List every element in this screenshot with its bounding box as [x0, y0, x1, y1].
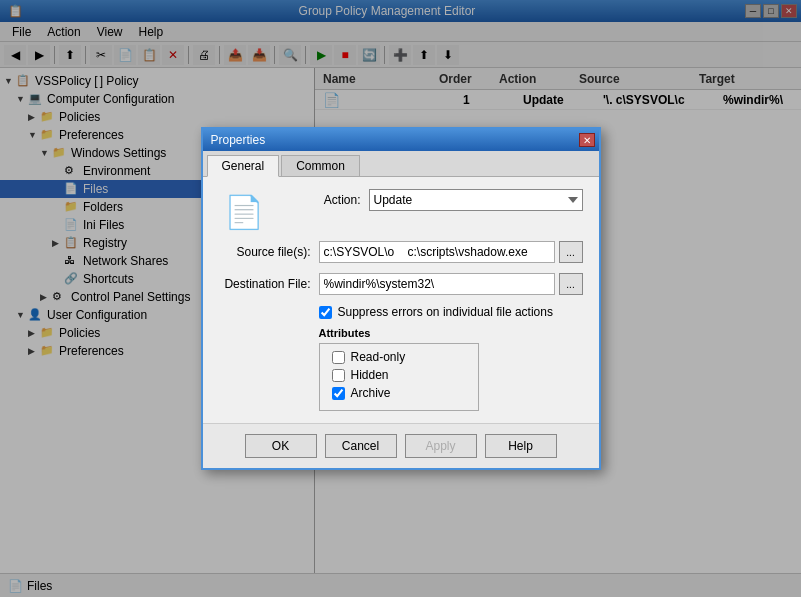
tab-general[interactable]: General [207, 155, 280, 177]
readonly-checkbox[interactable] [332, 351, 345, 364]
archive-checkbox[interactable] [332, 387, 345, 400]
modal-title-bar: Properties ✕ [203, 129, 599, 151]
tab-common[interactable]: Common [281, 155, 360, 176]
destination-label: Destination File: [219, 277, 319, 291]
hidden-label: Hidden [351, 368, 389, 382]
suppress-errors-row: Suppress errors on individual file actio… [219, 305, 583, 319]
archive-label: Archive [351, 386, 391, 400]
cancel-button[interactable]: Cancel [325, 434, 397, 458]
suppress-errors-checkbox[interactable] [319, 306, 332, 319]
ok-button[interactable]: OK [245, 434, 317, 458]
modal-close-button[interactable]: ✕ [579, 133, 595, 147]
suppress-errors-label: Suppress errors on individual file actio… [338, 305, 553, 319]
modal-body: 📄 Action: Update Create Delete Replace [203, 177, 599, 423]
destination-input[interactable] [319, 273, 555, 295]
action-select[interactable]: Update Create Delete Replace [369, 189, 583, 211]
source-label: Source file(s): [219, 245, 319, 259]
hidden-row: Hidden [332, 368, 466, 382]
source-input[interactable] [319, 241, 555, 263]
modal-footer: OK Cancel Apply Help [203, 423, 599, 468]
readonly-label: Read-only [351, 350, 406, 364]
destination-browse-button[interactable]: ... [559, 273, 583, 295]
source-row: Source file(s): ... [219, 241, 583, 263]
action-file-icon: 📄 [224, 193, 264, 231]
modal-title: Properties [211, 133, 266, 147]
readonly-row: Read-only [332, 350, 466, 364]
properties-dialog: Properties ✕ General Common 📄 Action: Up… [201, 127, 601, 470]
attributes-section: Attributes Read-only Hidden Archive [219, 327, 583, 411]
help-button[interactable]: Help [485, 434, 557, 458]
hidden-checkbox[interactable] [332, 369, 345, 382]
tab-bar: General Common [203, 151, 599, 177]
source-browse-button[interactable]: ... [559, 241, 583, 263]
modal-overlay: Properties ✕ General Common 📄 Action: Up… [0, 0, 801, 597]
action-label: Action: [269, 193, 369, 207]
apply-button[interactable]: Apply [405, 434, 477, 458]
archive-row: Archive [332, 386, 466, 400]
destination-row: Destination File: ... [219, 273, 583, 295]
attributes-title: Attributes [319, 327, 583, 339]
action-row: Action: Update Create Delete Replace [269, 189, 583, 211]
